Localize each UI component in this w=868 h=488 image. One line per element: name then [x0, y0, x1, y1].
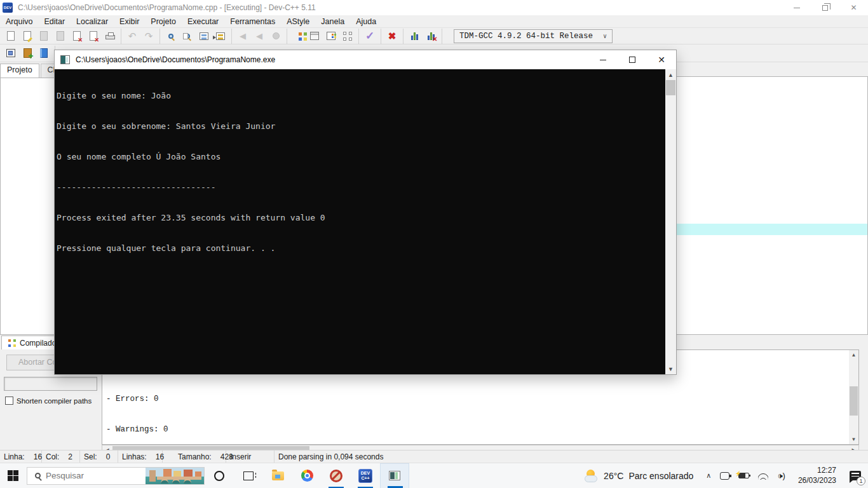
- tray-expand-chevron-icon[interactable]: ∧: [706, 471, 711, 480]
- console-scrollbar-thumb[interactable]: [666, 80, 675, 95]
- menu-janela[interactable]: Janela: [315, 15, 350, 28]
- console-line: Process exited after 23.35 seconds with …: [57, 213, 676, 223]
- console-output[interactable]: Digite o seu nome: João Digite o seu sob…: [55, 69, 676, 374]
- taskbar-clock[interactable]: 12:27 26/03/2023: [792, 466, 843, 485]
- console-text: Digite o seu nome: João Digite o seu sob…: [55, 69, 676, 274]
- syntax-check-button[interactable]: ✓: [362, 29, 378, 44]
- status-sel-label: Sel:: [84, 452, 97, 461]
- new-file-button[interactable]: [3, 29, 19, 44]
- profile-icon: [411, 32, 418, 40]
- window-title: C:\Users\joaos\OneDrive\Documentos\Progr…: [18, 3, 782, 12]
- replace-icon: [200, 32, 208, 40]
- profile-analysis-button[interactable]: [423, 29, 439, 44]
- forward-button: ◀: [251, 29, 268, 44]
- compile-and-run-icon: [327, 32, 336, 40]
- status-message: Done parsing in 0,094 seconds: [278, 452, 383, 461]
- scroll-up-icon[interactable]: ▲: [849, 350, 858, 360]
- chrome-button[interactable]: [292, 463, 322, 488]
- profile-analysis-icon: [428, 32, 435, 40]
- devcpp-app-icon: DEV: [3, 3, 13, 13]
- battery-icon[interactable]: [738, 473, 749, 478]
- back-button: ◀: [234, 29, 251, 44]
- replace-button[interactable]: [196, 29, 212, 44]
- compiler-tab-icon: [8, 339, 16, 347]
- menu-localizar[interactable]: Localizar: [71, 15, 114, 28]
- cortana-button[interactable]: [205, 463, 234, 488]
- tab-projeto[interactable]: Projeto: [0, 64, 39, 78]
- menu-arquivo[interactable]: Arquivo: [0, 15, 38, 28]
- compile-button[interactable]: [290, 29, 306, 44]
- search-highlight-image[interactable]: [146, 468, 204, 484]
- open-file-button[interactable]: [19, 29, 36, 44]
- restore-button[interactable]: [811, 0, 839, 15]
- save-button: [36, 29, 52, 44]
- close-file-icon: [73, 31, 81, 41]
- partly-sunny-icon: [585, 470, 599, 482]
- console-taskbar-button[interactable]: [380, 463, 409, 488]
- scroll-down-icon[interactable]: ▼: [665, 363, 676, 374]
- find-button[interactable]: [163, 29, 179, 44]
- compile-progress-bar: [4, 377, 97, 391]
- redo-button: ↷: [140, 29, 157, 44]
- menu-exibir[interactable]: Exibir: [114, 15, 145, 28]
- add-to-project-button[interactable]: [19, 46, 36, 61]
- console-minimize-button[interactable]: [588, 50, 618, 69]
- volume-icon[interactable]: 🕩): [777, 471, 785, 481]
- console-window: C:\Users\joaos\OneDrive\Documentos\Progr…: [54, 50, 677, 375]
- blocked-app-button[interactable]: [322, 463, 351, 488]
- close-all-button[interactable]: [85, 29, 102, 44]
- scroll-down-icon[interactable]: ▼: [849, 435, 858, 444]
- console-close-button[interactable]: ✕: [647, 50, 676, 69]
- rebuild-all-button[interactable]: [339, 29, 356, 44]
- minimize-button[interactable]: [782, 0, 811, 15]
- remove-from-project-button[interactable]: [36, 46, 52, 61]
- start-button[interactable]: [0, 463, 25, 488]
- task-view-icon: [243, 471, 254, 480]
- menu-editar[interactable]: Editar: [38, 15, 71, 28]
- redo-icon: ↷: [145, 31, 153, 41]
- menu-ferramentas[interactable]: Ferramentas: [224, 15, 281, 28]
- main-titlebar: DEV C:\Users\joaos\OneDrive\Documentos\P…: [0, 0, 868, 15]
- compiler-selector[interactable]: TDM-GCC 4.9.2 64-bit Release ∨: [454, 29, 613, 43]
- new-source-button[interactable]: [3, 46, 19, 61]
- log-scrollbar-thumb[interactable]: [850, 386, 858, 416]
- console-maximize-button[interactable]: [618, 50, 647, 69]
- notification-center-button[interactable]: 1: [843, 463, 868, 488]
- menu-ajuda[interactable]: Ajuda: [350, 15, 382, 28]
- clean-button[interactable]: ✖: [384, 29, 400, 44]
- log-vertical-scrollbar[interactable]: ▲ ▼: [849, 350, 858, 444]
- chrome-icon: [301, 470, 313, 482]
- wifi-icon[interactable]: [758, 472, 768, 480]
- console-scrollbar[interactable]: ▲ ▼: [665, 69, 676, 374]
- scroll-up-icon[interactable]: ▲: [665, 69, 676, 80]
- file-explorer-button[interactable]: [263, 463, 292, 488]
- running-indicator: [388, 486, 403, 488]
- close-button[interactable]: ✕: [839, 0, 868, 15]
- find-in-files-button[interactable]: [179, 29, 196, 44]
- profile-button[interactable]: [406, 29, 423, 44]
- find-in-files-icon: [185, 34, 190, 39]
- goto-line-button[interactable]: [212, 29, 229, 44]
- shorten-paths-checkbox[interactable]: [5, 396, 13, 405]
- print-button[interactable]: [102, 29, 118, 44]
- console-titlebar[interactable]: C:\Users\joaos\OneDrive\Documentos\Progr…: [55, 50, 676, 69]
- status-linha-value: 16: [34, 452, 42, 461]
- rebuild-all-icon: [343, 32, 352, 41]
- log-line: - Errors: 0: [106, 394, 858, 404]
- meet-now-icon[interactable]: [720, 472, 729, 480]
- task-view-button[interactable]: [234, 463, 263, 488]
- search-input[interactable]: [46, 471, 128, 480]
- minimize-icon: [794, 8, 800, 8]
- menu-projeto[interactable]: Projeto: [145, 15, 182, 28]
- save-all-icon: [57, 31, 64, 41]
- taskbar-search[interactable]: [27, 467, 205, 485]
- run-button[interactable]: [306, 29, 323, 44]
- log-line: - Warnings: 0: [106, 424, 858, 435]
- close-file-button[interactable]: [69, 29, 85, 44]
- menu-astyle[interactable]: AStyle: [281, 15, 315, 28]
- devcpp-taskbar-button[interactable]: DEVC++: [351, 463, 380, 488]
- weather-widget[interactable]: 26°C Parc ensolarado: [578, 470, 700, 482]
- menu-executar[interactable]: Executar: [182, 15, 224, 28]
- compile-and-run-button[interactable]: [323, 29, 339, 44]
- status-col-value: 2: [68, 452, 72, 461]
